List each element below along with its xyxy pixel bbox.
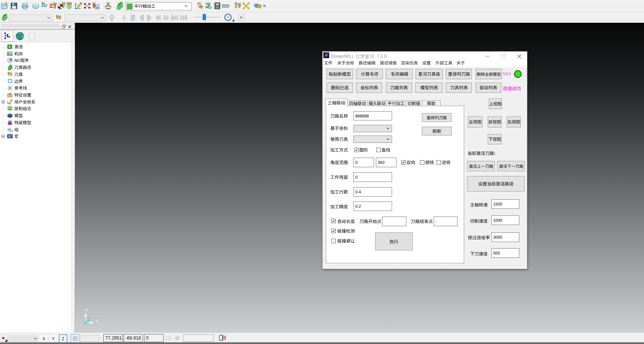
svg-text:Z: Z xyxy=(87,316,90,322)
svg-text:Y: Y xyxy=(85,308,88,313)
svg-text:z: z xyxy=(166,339,167,341)
svg-text:X: X xyxy=(96,318,99,324)
